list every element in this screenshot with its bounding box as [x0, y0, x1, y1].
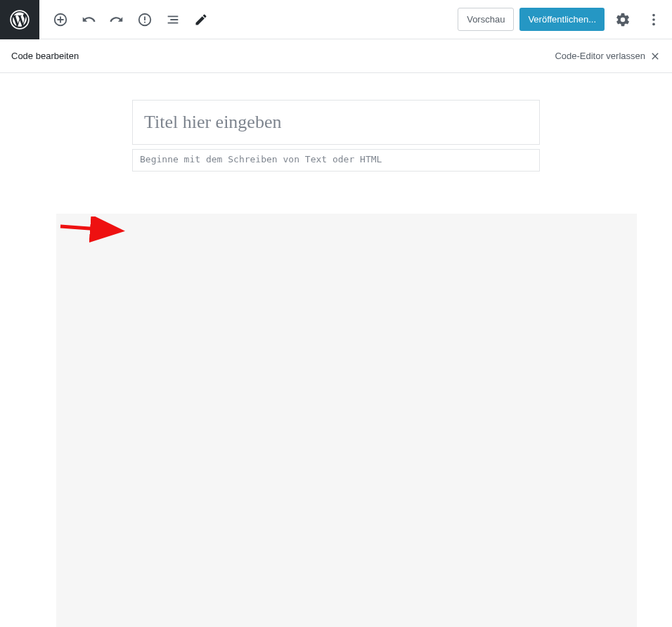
toolbar-left-group [39, 7, 214, 32]
list-icon [165, 12, 181, 27]
close-icon [650, 51, 661, 62]
svg-point-1 [652, 13, 655, 16]
code-editor-subbar: Code bearbeiten Code-Editor verlassen [0, 39, 672, 73]
plus-circle-icon [53, 12, 68, 27]
preview-button[interactable]: Vorschau [458, 8, 514, 31]
subbar-title: Code bearbeiten [11, 51, 79, 61]
post-title-input[interactable] [132, 100, 540, 145]
svg-point-2 [652, 18, 655, 21]
publish-button[interactable]: Veröffentlichen... [519, 8, 605, 31]
post-content-input[interactable] [132, 149, 540, 172]
exit-code-editor-label: Code-Editor verlassen [555, 51, 645, 61]
wordpress-icon [10, 10, 30, 30]
info-icon [137, 12, 153, 27]
editor-column [132, 100, 540, 627]
add-block-button[interactable] [48, 7, 73, 32]
pencil-icon [194, 13, 208, 27]
editor-area [0, 73, 672, 627]
edit-button[interactable] [188, 7, 214, 32]
info-button[interactable] [132, 7, 157, 32]
redo-icon [109, 12, 124, 27]
top-toolbar: Vorschau Veröffentlichen... [0, 0, 672, 39]
toolbar-right-group: Vorschau Veröffentlichen... [458, 7, 666, 32]
settings-button[interactable] [610, 7, 635, 32]
redo-button[interactable] [104, 7, 129, 32]
wordpress-logo[interactable] [0, 0, 39, 39]
undo-icon [81, 12, 96, 27]
more-options-button[interactable] [641, 7, 666, 32]
kebab-icon [646, 12, 661, 27]
gear-icon [615, 12, 631, 27]
exit-code-editor-button[interactable]: Code-Editor verlassen [555, 51, 661, 62]
outline-button[interactable] [160, 7, 186, 32]
undo-button[interactable] [76, 7, 101, 32]
svg-point-3 [652, 22, 655, 25]
